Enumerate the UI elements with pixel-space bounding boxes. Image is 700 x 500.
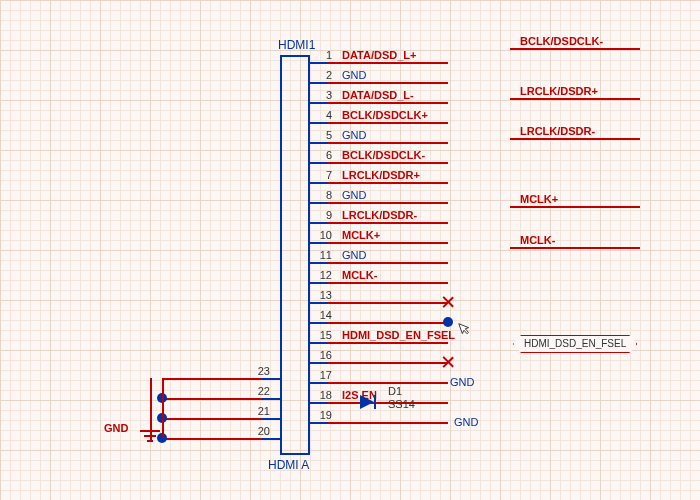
net-wire — [510, 247, 640, 249]
component-designator: HDMI1 — [278, 38, 315, 52]
net-label: LRCLK/DSDR- — [520, 125, 595, 137]
pin-stub — [310, 362, 328, 364]
net-wire — [328, 322, 448, 324]
net-wire — [328, 122, 448, 124]
net-label: BCLK/DSDCLK- — [342, 149, 425, 161]
net-wire — [328, 282, 448, 284]
pin-stub — [310, 322, 328, 324]
pin-stub — [310, 162, 328, 164]
pin-number: 8 — [312, 189, 332, 201]
junction-dot — [443, 317, 453, 327]
net-label: GND — [342, 249, 366, 261]
pin-stub — [310, 262, 328, 264]
net-wire — [162, 378, 262, 380]
pin-number: 15 — [312, 329, 332, 341]
net-wire — [510, 138, 640, 140]
diode-cathode-bar — [374, 395, 376, 409]
net-label: LRCLK/DSDR- — [342, 209, 417, 221]
net-wire — [162, 418, 262, 420]
net-wire — [328, 362, 448, 364]
pin-number: 23 — [250, 365, 270, 377]
pin-number: 16 — [312, 349, 332, 361]
pin-stub — [262, 438, 280, 440]
pin-number: 2 — [312, 69, 332, 81]
net-wire — [328, 302, 448, 304]
port-hdmi-dsd-en-fsel[interactable]: HDMI_DSD_EN_FSEL — [513, 335, 637, 353]
net-wire — [328, 342, 448, 344]
pin-stub — [310, 142, 328, 144]
net-wire — [510, 48, 640, 50]
pin-number: 1 — [312, 49, 332, 61]
net-wire — [510, 98, 640, 100]
pin-number: 19 — [312, 409, 332, 421]
net-label: GND — [342, 69, 366, 81]
pin-stub — [310, 82, 328, 84]
net-label: BCLK/DSDCLK+ — [342, 109, 428, 121]
pin-stub — [310, 182, 328, 184]
net-wire — [510, 206, 640, 208]
net-label: GND — [342, 189, 366, 201]
net-wire — [328, 262, 448, 264]
diode-designator: D1 — [388, 385, 418, 397]
pin-number: 22 — [250, 385, 270, 397]
pin-number: 17 — [312, 369, 332, 381]
net-wire — [162, 398, 262, 400]
net-wire — [328, 62, 448, 64]
pin-stub — [262, 378, 280, 380]
pin-stub — [310, 62, 328, 64]
pin-number: 9 — [312, 209, 332, 221]
net-label: DATA/DSD_L- — [342, 89, 414, 101]
net-label: LRCLK/DSDR+ — [342, 169, 420, 181]
hdmi-component-body[interactable] — [280, 55, 310, 455]
pin-stub — [310, 282, 328, 284]
pin-stub — [310, 422, 328, 424]
pin-stub — [310, 402, 328, 404]
net-wire — [328, 102, 448, 104]
pin-number: 7 — [312, 169, 332, 181]
diode-symbol — [360, 395, 374, 409]
net-label: HDMI_DSD_EN_FSEL — [342, 329, 455, 341]
pin-stub — [310, 222, 328, 224]
pin-stub — [310, 302, 328, 304]
net-label: MCLK+ — [520, 193, 558, 205]
net-wire — [328, 422, 448, 424]
diode-part: SS14 — [388, 398, 428, 410]
pin-stub — [310, 242, 328, 244]
net-wire — [162, 438, 262, 440]
gnd-label: GND — [454, 416, 478, 428]
pin-number: 12 — [312, 269, 332, 281]
pin-number: 14 — [312, 309, 332, 321]
gnd-label-left: GND — [104, 422, 128, 434]
pin-stub — [310, 382, 328, 384]
pin-stub — [310, 102, 328, 104]
pin-number: 20 — [250, 425, 270, 437]
gnd-label: GND — [450, 376, 474, 388]
gnd-bus-vertical — [162, 378, 164, 438]
net-wire — [328, 222, 448, 224]
no-connect-icon — [441, 355, 455, 369]
pin-number: 3 — [312, 89, 332, 101]
pin-number: 11 — [312, 249, 332, 261]
net-wire — [328, 182, 448, 184]
pin-number: 4 — [312, 109, 332, 121]
pin-stub — [310, 342, 328, 344]
net-label: MCLK- — [342, 269, 377, 281]
net-wire — [328, 382, 448, 384]
net-label: LRCLK/DSDR+ — [520, 85, 598, 97]
pin-number: 5 — [312, 129, 332, 141]
pin-number: 21 — [250, 405, 270, 417]
net-wire — [328, 82, 448, 84]
net-wire — [328, 242, 448, 244]
pin-stub — [310, 122, 328, 124]
pin-stub — [262, 398, 280, 400]
no-connect-icon — [441, 295, 455, 309]
component-part: HDMI A — [268, 458, 309, 472]
pin-stub — [262, 418, 280, 420]
net-label: GND — [342, 129, 366, 141]
net-label: BCLK/DSDCLK- — [520, 35, 603, 47]
pin-stub — [310, 202, 328, 204]
net-label: MCLK+ — [342, 229, 380, 241]
net-label: DATA/DSD_L+ — [342, 49, 416, 61]
net-label: MCLK- — [520, 234, 555, 246]
pin-number: 10 — [312, 229, 332, 241]
